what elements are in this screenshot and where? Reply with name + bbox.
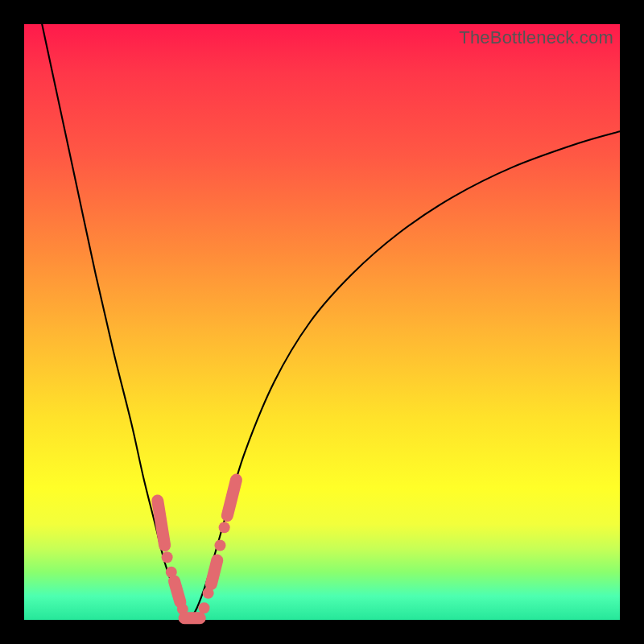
marker-dot (162, 551, 173, 563)
marker-capsule (158, 501, 165, 546)
curve-layer (24, 24, 620, 620)
marker-dot (198, 602, 209, 613)
marker-capsule (227, 480, 236, 515)
plot-area: TheBottleneck.com (24, 24, 620, 620)
marker-capsule (211, 560, 217, 584)
curve-right-branch (190, 131, 620, 620)
marker-dot (219, 522, 230, 533)
chart-frame: TheBottleneck.com (0, 0, 644, 644)
marker-dot (214, 540, 225, 551)
marker-capsule (174, 581, 180, 602)
